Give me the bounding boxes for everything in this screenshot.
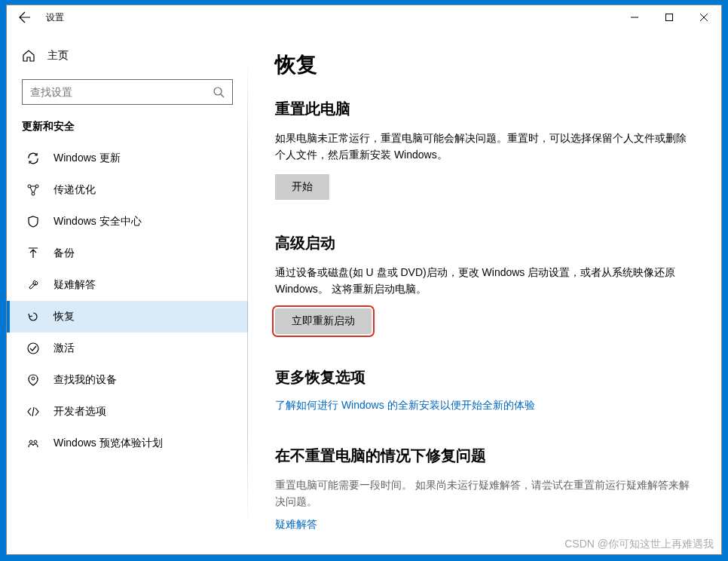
- minimize-icon: [631, 14, 638, 21]
- content-area: 主页 更新和安全 Windows 更新 传递优化 Windows 安全中心: [7, 29, 721, 554]
- back-arrow-icon: [19, 11, 31, 23]
- advanced-description: 通过设备或磁盘(如 U 盘或 DVD)启动，更改 Windows 启动设置，或者…: [275, 264, 694, 298]
- search-icon: [213, 86, 225, 98]
- svg-point-6: [32, 377, 35, 380]
- reset-heading: 重置此电脑: [275, 99, 694, 119]
- sidebar-item-label: 恢复: [54, 310, 75, 323]
- location-icon: [26, 373, 40, 387]
- page-title: 恢复: [275, 51, 694, 79]
- close-button[interactable]: [687, 5, 721, 29]
- home-label: 主页: [47, 49, 69, 63]
- reset-description: 如果电脑未正常运行，重置电脑可能会解决问题。重置时，可以选择保留个人文件或删除个…: [275, 130, 694, 164]
- sidebar-item-label: 开发者选项: [54, 405, 106, 418]
- window-title: 设置: [46, 11, 64, 24]
- sidebar-item-troubleshoot[interactable]: 疑难解答: [7, 269, 248, 301]
- sidebar-item-recovery[interactable]: 恢复: [7, 301, 248, 333]
- fresh-install-link[interactable]: 了解如何进行 Windows 的全新安装以便开始全新的体验: [275, 399, 535, 411]
- developer-icon: [26, 405, 40, 418]
- repair-description: 重置电脑可能需要一段时间。 如果尚未运行疑难解答，请尝试在重置前运行疑难解答来解…: [275, 477, 694, 510]
- back-button[interactable]: [16, 8, 34, 26]
- svg-point-1: [214, 87, 222, 95]
- close-icon: [700, 14, 708, 21]
- maximize-button[interactable]: [652, 5, 687, 29]
- shield-icon: [26, 215, 40, 228]
- settings-window: 设置 主页 更新和安全 Windows 更新 传: [6, 5, 722, 555]
- section-more-recovery: 更多恢复选项 了解如何进行 Windows 的全新安装以便开始全新的体验: [275, 367, 694, 412]
- maximize-icon: [665, 14, 673, 21]
- advanced-heading: 高级启动: [275, 233, 694, 253]
- svg-point-8: [34, 440, 37, 443]
- sidebar-item-label: 激活: [54, 342, 75, 355]
- sidebar-item-insider[interactable]: Windows 预览体验计划: [7, 428, 248, 459]
- sidebar-item-label: 备份: [54, 247, 75, 260]
- wrench-icon: [26, 278, 40, 292]
- sidebar-item-label: 疑难解答: [54, 278, 96, 292]
- restart-now-button[interactable]: 立即重新启动: [275, 308, 372, 334]
- minimize-button[interactable]: [617, 5, 652, 29]
- svg-point-4: [32, 192, 35, 195]
- section-reset: 重置此电脑 如果电脑未正常运行，重置电脑可能会解决问题。重置时，可以选择保留个人…: [275, 99, 694, 200]
- main-panel: 恢复 重置此电脑 如果电脑未正常运行，重置电脑可能会解决问题。重置时，可以选择保…: [248, 29, 721, 554]
- troubleshoot-link[interactable]: 疑难解答: [275, 518, 317, 530]
- sidebar-item-label: Windows 预览体验计划: [54, 437, 163, 450]
- sidebar-item-find-device[interactable]: 查找我的设备: [7, 364, 248, 396]
- svg-rect-0: [666, 14, 673, 21]
- home-link[interactable]: 主页: [7, 43, 248, 69]
- svg-point-5: [28, 343, 38, 354]
- sidebar-item-windows-update[interactable]: Windows 更新: [7, 143, 248, 174]
- recovery-icon: [26, 310, 40, 323]
- insider-icon: [26, 437, 40, 450]
- more-heading: 更多恢复选项: [275, 367, 694, 388]
- sidebar-item-label: Windows 更新: [54, 152, 121, 165]
- sidebar-item-label: 查找我的设备: [54, 373, 117, 387]
- sidebar-item-delivery[interactable]: 传递优化: [7, 174, 248, 206]
- search-box[interactable]: [22, 79, 233, 105]
- check-circle-icon: [26, 342, 40, 355]
- window-controls: [617, 5, 721, 29]
- svg-point-7: [29, 440, 32, 443]
- section-repair: 在不重置电脑的情况下修复问题 重置电脑可能需要一段时间。 如果尚未运行疑难解答，…: [275, 446, 694, 532]
- titlebar: 设置: [7, 5, 721, 29]
- reset-start-button[interactable]: 开始: [275, 174, 329, 200]
- section-advanced-startup: 高级启动 通过设备或磁盘(如 U 盘或 DVD)启动，更改 Windows 启动…: [275, 233, 694, 334]
- sidebar-item-label: 传递优化: [54, 183, 96, 197]
- sidebar-item-developer[interactable]: 开发者选项: [7, 396, 248, 428]
- home-icon: [22, 49, 35, 63]
- sidebar-item-security[interactable]: Windows 安全中心: [7, 206, 248, 238]
- sidebar-item-label: Windows 安全中心: [54, 215, 142, 228]
- sidebar: 主页 更新和安全 Windows 更新 传递优化 Windows 安全中心: [7, 29, 248, 554]
- delivery-icon: [26, 183, 40, 197]
- sync-icon: [26, 152, 40, 165]
- sidebar-item-backup[interactable]: 备份: [7, 238, 248, 269]
- search-input[interactable]: [30, 86, 213, 98]
- sidebar-item-activation[interactable]: 激活: [7, 333, 248, 364]
- sidebar-section-title: 更新和安全: [7, 105, 248, 143]
- backup-icon: [26, 247, 40, 260]
- repair-heading: 在不重置电脑的情况下修复问题: [275, 446, 694, 466]
